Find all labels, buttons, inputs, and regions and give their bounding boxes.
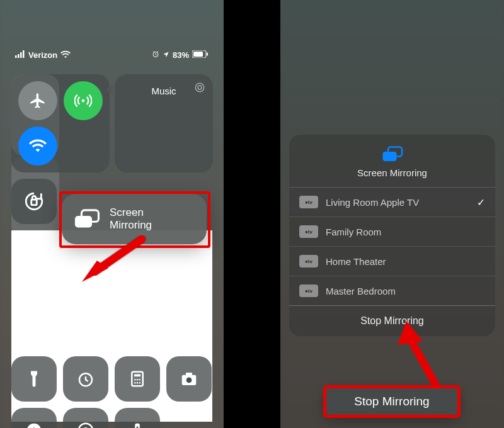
cellular-data-button[interactable] — [64, 81, 103, 120]
svg-rect-3 — [23, 50, 25, 58]
svg-point-28 — [79, 424, 93, 428]
carrier-label: Verizon — [28, 50, 57, 60]
device-row[interactable]: ●tvFamily Room — [289, 217, 495, 247]
camera-button[interactable] — [166, 356, 212, 402]
svg-point-21 — [134, 382, 136, 384]
status-bar: Verizon 83% — [0, 50, 224, 60]
black-gap — [224, 0, 280, 428]
left-phone-control-center: Verizon 83% — [0, 0, 224, 428]
svg-point-23 — [139, 382, 141, 384]
stop-mirroring-callout[interactable]: Stop Mirroring — [326, 388, 458, 415]
svg-rect-1 — [18, 54, 20, 58]
device-row[interactable]: ●tvMaster Bedroom — [289, 276, 495, 306]
timer-button[interactable] — [63, 356, 108, 402]
sheet-title: Screen Mirroring — [289, 167, 495, 178]
svg-point-25 — [186, 378, 192, 383]
svg-rect-17 — [134, 374, 140, 377]
svg-rect-7 — [207, 53, 208, 56]
rotation-lock-button[interactable] — [11, 179, 57, 224]
screen-record-button[interactable] — [63, 408, 108, 428]
svg-rect-2 — [20, 52, 22, 58]
device-row[interactable]: ●tvHome Theater — [289, 247, 495, 276]
airplane-mode-button[interactable] — [18, 81, 57, 120]
svg-point-19 — [137, 379, 139, 381]
svg-point-20 — [139, 379, 141, 381]
music-tile[interactable]: Music — [115, 74, 213, 172]
screen-mirroring-icon — [73, 209, 101, 229]
svg-rect-38 — [382, 152, 396, 161]
location-icon — [163, 50, 169, 60]
alarm-icon — [152, 50, 159, 60]
device-name: Family Room — [326, 227, 381, 237]
screen-mirroring-sheet: Screen Mirroring ●tvLiving Room Apple TV… — [289, 135, 495, 336]
svg-point-8 — [82, 99, 85, 103]
right-phone-mirroring-sheet: Screen Mirroring ●tvLiving Room Apple TV… — [280, 0, 504, 428]
svg-point-18 — [134, 379, 136, 381]
signal-icon — [15, 50, 25, 60]
connectivity-tile[interactable] — [11, 74, 110, 172]
battery-percent-label: 83% — [173, 50, 189, 60]
device-name: Home Theater — [326, 256, 386, 267]
wifi-icon — [60, 50, 71, 60]
svg-point-22 — [137, 382, 139, 384]
svg-rect-6 — [193, 52, 203, 57]
device-name: Living Room Apple TV — [326, 197, 419, 208]
popout-label: ScreenMirroring — [110, 206, 152, 232]
appletv-badge-icon: ●tv — [299, 225, 318, 238]
svg-rect-0 — [15, 55, 17, 58]
device-list: ●tvLiving Room Apple TV✓●tvFamily Room●t… — [289, 188, 495, 306]
screen-mirroring-popout[interactable]: ScreenMirroring — [62, 194, 207, 244]
remote-button[interactable] — [115, 408, 160, 428]
device-name: Master Bedroom — [326, 286, 396, 296]
appletv-badge-icon: ●tv — [299, 255, 318, 268]
checkmark-icon: ✓ — [477, 196, 485, 208]
music-label: Music — [115, 86, 213, 96]
home-button[interactable] — [11, 408, 57, 428]
svg-rect-11 — [32, 200, 37, 205]
appletv-badge-icon: ●tv — [299, 284, 318, 297]
svg-rect-26 — [186, 373, 192, 376]
stop-mirroring-button[interactable]: Stop Mirroring — [289, 306, 495, 336]
calculator-button[interactable] — [115, 356, 160, 402]
flashlight-button[interactable] — [11, 356, 57, 402]
battery-icon — [192, 50, 209, 60]
wifi-button[interactable] — [18, 127, 57, 166]
appletv-badge-icon: ●tv — [299, 196, 318, 208]
sheet-header: Screen Mirroring — [289, 135, 495, 188]
svg-rect-35 — [75, 216, 92, 227]
screen-mirroring-icon — [382, 146, 403, 162]
device-row[interactable]: ●tvLiving Room Apple TV✓ — [289, 188, 495, 217]
svg-point-27 — [27, 424, 42, 428]
